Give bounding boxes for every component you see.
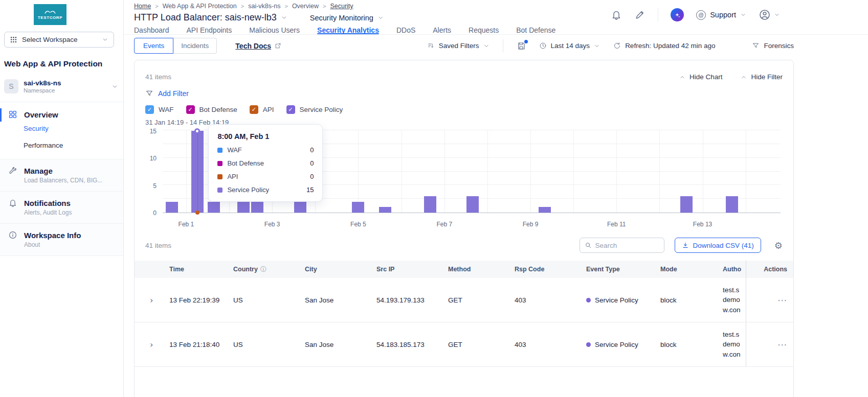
row-cell-method: GET [448,278,515,322]
tooltip-series-label: Service Policy [227,186,269,194]
chart-bar[interactable] [539,207,551,213]
header-cell-autho[interactable]: Autho [723,261,746,278]
time-range-dropdown[interactable]: Last 14 days [539,42,600,50]
sidebar-item-label: Notifications [24,199,71,207]
row-cell-expander: › [135,322,169,366]
column-info-icon[interactable]: ⓘ [260,265,266,274]
tab-dashboard[interactable]: Dashboard [134,26,169,34]
header-cell-method[interactable]: Method [448,261,515,278]
tab-requests[interactable]: Requests [469,26,499,34]
expand-row-icon[interactable]: › [150,340,153,349]
add-filter-button[interactable]: Add Filter [145,89,783,98]
row-cell-rsp-code: 403 [515,322,586,366]
header-cell-rsp-code[interactable]: Rsp Code [515,261,586,278]
y-axis: 051015 [145,130,159,213]
chevron-down-icon[interactable] [281,14,287,21]
forensics-button[interactable]: Forensics [752,42,794,50]
events-toggle[interactable]: Events [134,38,173,54]
breadcrumb-item-security[interactable]: Security [330,3,353,10]
legend-checkbox-waf[interactable]: ✓WAF [145,105,174,114]
save-filter-button[interactable] [517,41,526,51]
legend-checkbox-api[interactable]: ✓API [250,105,274,114]
incidents-toggle[interactable]: Incidents [173,38,217,54]
notifications-bell-icon[interactable] [611,9,622,20]
tooltip-title: 8:00 AM, Feb 1 [217,132,314,141]
header-cell-city[interactable]: City [305,261,376,278]
tab-alerts[interactable]: Alerts [433,26,451,34]
row-cell-expander: › [135,278,169,322]
hide-filter-button[interactable]: Hide Filter [741,73,783,81]
sidebar-item-performance[interactable]: Performance [0,137,123,154]
table-row[interactable]: ›13 Feb 21:18:40USSan Jose54.183.185.173… [135,322,793,367]
checkbox-checked-icon[interactable]: ✓ [186,105,195,114]
chevron-up-icon [741,74,747,80]
x-tick-label: Feb 5 [350,221,366,228]
row-actions-button[interactable]: ⋯ [777,339,787,350]
legend-label: Bot Defense [199,106,237,113]
chart-bar[interactable] [680,196,693,213]
header-cell-country[interactable]: Countryⓘ [233,261,305,278]
legend-checkbox-bot-defense[interactable]: ✓Bot Defense [186,105,237,114]
search-input[interactable] [595,242,652,249]
row-cell-mode: block [660,278,723,322]
column-label: Event Type [586,266,620,273]
sidebar-item-workspace-info[interactable]: Workspace Info About [0,223,123,256]
chart-bar[interactable] [379,207,391,213]
monitoring-dropdown[interactable]: Security Monitoring [310,14,384,22]
tab-bot-defense[interactable]: Bot Defense [516,26,555,34]
expand-row-icon[interactable]: › [150,295,153,305]
chart-bar[interactable] [237,202,250,213]
table-row[interactable]: ›13 Feb 22:19:39USSan Jose54.193.179.133… [135,278,793,322]
sidebar-item-notifications[interactable]: Notifications Alerts, Audit Logs [0,191,123,223]
header-cell-src-ip[interactable]: Src IP [376,261,448,278]
account-menu[interactable] [759,9,780,21]
breadcrumb-item-home[interactable]: Home [134,3,151,10]
gridline-v [746,130,746,213]
workspace-selector[interactable]: Select Workspace [4,32,114,48]
support-menu[interactable]: @ Support [696,10,746,20]
wrench-icon [8,166,17,175]
checkbox-checked-icon[interactable]: ✓ [145,105,154,114]
chart-bar[interactable] [166,202,178,213]
chart-bar[interactable] [424,196,436,213]
theme-brush-icon[interactable] [634,9,646,20]
checkbox-checked-icon[interactable]: ✓ [250,105,258,114]
hide-chart-button[interactable]: Hide Chart [679,73,723,81]
header-cell-actions[interactable]: Actions [746,261,794,278]
download-csv-button[interactable]: Download CSV (41) [675,238,761,253]
breadcrumb-item-overview[interactable]: Overview [292,3,319,10]
namespace-selector[interactable]: S sai-vk8s-ns Namespace [4,79,118,94]
row-cell-event-type: Service Policy [586,322,660,366]
chart-bar[interactable] [251,202,263,213]
sidebar-item-security[interactable]: Security [0,120,123,137]
chart-bar[interactable] [352,202,364,213]
legend-checkbox-service-policy[interactable]: ✓Service Policy [286,105,343,114]
namespace-type-label: Namespace [24,87,61,94]
chart-bar[interactable] [726,196,738,213]
header-cell-time[interactable]: Time [169,261,233,278]
tab-security-analytics[interactable]: Security Analytics [317,26,379,34]
header-cell-event-type[interactable]: Event Type [586,261,660,278]
breadcrumb-item-web-app-api-protection[interactable]: Web App & API Protection [163,3,237,10]
tab-malicious-users[interactable]: Malicious Users [249,26,300,34]
namespace-avatar: S [4,79,18,94]
tab-api-endpoints[interactable]: API Endpoints [187,26,232,34]
chart-bar[interactable] [466,196,479,213]
chart-bar[interactable] [294,202,306,213]
header-cell-mode[interactable]: Mode [660,261,723,278]
row-cell-authority: test.s demo w.con [723,278,746,322]
sidebar-item-manage[interactable]: Manage Load Balancers, CDN, BIG... [0,159,123,191]
chart-bar[interactable] [208,202,220,213]
sidebar-item-overview[interactable]: Overview Security Performance [0,102,123,159]
row-actions-button[interactable]: ⋯ [777,294,787,306]
breadcrumb-item-sai-vk8s-ns[interactable]: sai-vk8s-ns [248,3,280,10]
checkbox-checked-icon[interactable]: ✓ [286,105,295,114]
saved-filters-dropdown[interactable]: Saved Filters [427,42,489,50]
tab-ddos[interactable]: DDoS [396,26,415,34]
table-settings-gear-icon[interactable]: ⚙ [774,240,783,251]
ai-assistant-button[interactable] [671,8,684,21]
refresh-button[interactable]: Refresh: Updated 42 min ago [613,42,715,50]
product-title: Web App & API Protection [4,59,119,68]
tooltip-series-value: 0 [310,146,314,154]
tech-docs-link[interactable]: Tech Docs [235,42,281,50]
